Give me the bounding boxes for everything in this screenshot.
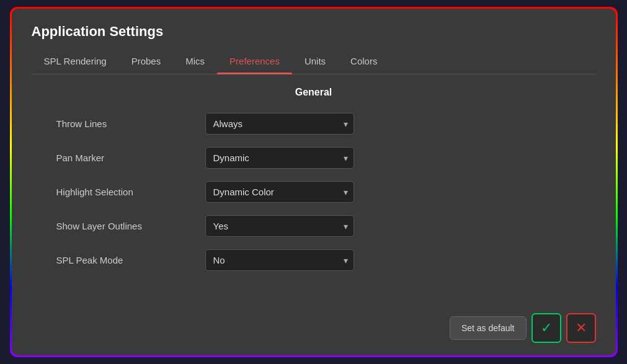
tab-preferences[interactable]: Preferences — [217, 51, 292, 74]
spl-peak-mode-select-wrapper: No Yes — [205, 249, 354, 271]
spl-peak-mode-row: SPL Peak Mode No Yes — [32, 249, 596, 271]
show-layer-outlines-row: Show Layer Outlines Yes No — [32, 215, 596, 237]
throw-lines-label: Throw Lines — [56, 118, 205, 129]
set-as-default-button[interactable]: Set as default — [450, 316, 527, 340]
checkmark-icon: ✓ — [541, 320, 552, 336]
tab-spl-rendering[interactable]: SPL Rendering — [32, 51, 119, 74]
content-area: General Throw Lines Always Never Selecte… — [32, 74, 596, 307]
pan-marker-select[interactable]: Dynamic Static None — [205, 147, 354, 169]
show-layer-outlines-select[interactable]: Yes No — [205, 215, 354, 237]
close-icon: ✕ — [576, 320, 587, 336]
throw-lines-select-wrapper: Always Never Selected — [205, 113, 354, 135]
pan-marker-row: Pan Marker Dynamic Static None — [32, 147, 596, 169]
rainbow-border: Application Settings SPL Rendering Probe… — [10, 7, 618, 357]
tab-units[interactable]: Units — [292, 51, 338, 74]
highlight-selection-label: Highlight Selection — [56, 187, 205, 197]
highlight-selection-select[interactable]: Dynamic Color Static Color None — [205, 181, 354, 203]
section-title: General — [32, 87, 596, 98]
show-layer-outlines-label: Show Layer Outlines — [56, 221, 205, 231]
cancel-button[interactable]: ✕ — [566, 313, 596, 343]
spl-peak-mode-select[interactable]: No Yes — [205, 249, 354, 271]
tab-bar: SPL Rendering Probes Mics Preferences Un… — [32, 51, 596, 74]
spl-peak-mode-label: SPL Peak Mode — [56, 255, 205, 265]
tab-probes[interactable]: Probes — [119, 51, 174, 74]
show-layer-outlines-select-wrapper: Yes No — [205, 215, 354, 237]
window-title: Application Settings — [32, 24, 596, 40]
pan-marker-label: Pan Marker — [56, 153, 205, 163]
footer: Set as default ✓ ✕ — [32, 307, 596, 343]
throw-lines-select[interactable]: Always Never Selected — [205, 113, 354, 135]
confirm-button[interactable]: ✓ — [531, 313, 561, 343]
dialog: Application Settings SPL Rendering Probe… — [12, 9, 616, 355]
highlight-selection-row: Highlight Selection Dynamic Color Static… — [32, 181, 596, 203]
pan-marker-select-wrapper: Dynamic Static None — [205, 147, 354, 169]
tab-mics[interactable]: Mics — [173, 51, 217, 74]
throw-lines-row: Throw Lines Always Never Selected — [32, 113, 596, 135]
highlight-selection-select-wrapper: Dynamic Color Static Color None — [205, 181, 354, 203]
tab-colors[interactable]: Colors — [338, 51, 389, 74]
